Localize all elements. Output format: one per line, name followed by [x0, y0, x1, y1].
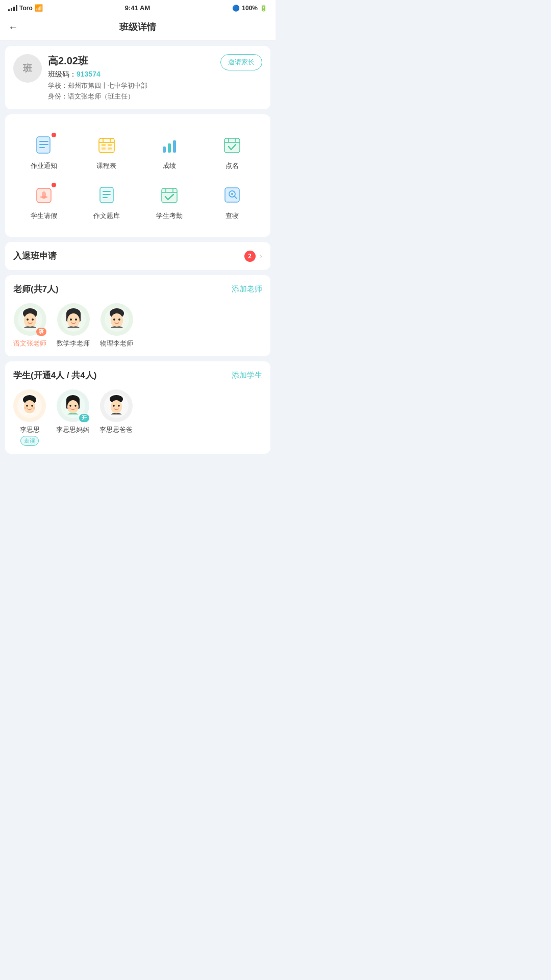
svg-rect-4	[99, 138, 114, 153]
add-student-button[interactable]: 添加学生	[232, 371, 262, 380]
teacher-item-2[interactable]: 物理李老师	[100, 303, 133, 348]
student-avatar-1: 开	[57, 389, 89, 422]
battery-icon: 🔋	[260, 5, 267, 12]
class-master-badge: 班	[36, 328, 46, 336]
invite-parents-button[interactable]: 邀请家长	[220, 54, 262, 70]
student-name-row-1: 李思思妈妈	[56, 425, 89, 434]
class-details: 高2.02班 班级码：913574 学校：郑州市第四十七中学初中部 身份：语文张…	[48, 54, 214, 101]
rollcall-icon	[220, 133, 244, 157]
svg-rect-8	[102, 144, 106, 146]
teacher-item-0[interactable]: 班 语文张老师	[13, 303, 46, 348]
homework-label: 作业通知	[31, 161, 57, 170]
add-teacher-button[interactable]: 添加老师	[232, 284, 262, 294]
attendance-icon	[157, 183, 182, 207]
class-role: 身份：语文张老师（班主任）	[48, 92, 214, 101]
svg-point-36	[27, 318, 29, 321]
student-avatar-0	[13, 389, 46, 422]
class-code: 班级码：913574	[48, 70, 214, 79]
teachers-list: 班 语文张老师	[13, 303, 262, 348]
status-right: 🔵 100% 🔋	[232, 5, 267, 12]
dormitory-icon	[220, 183, 244, 207]
menu-item-dormitory[interactable]: 查寝	[202, 177, 262, 225]
leave-icon	[32, 183, 56, 207]
essay-label: 作文题库	[93, 211, 120, 220]
menu-item-essay[interactable]: 作文题库	[76, 177, 137, 225]
svg-rect-9	[108, 144, 112, 146]
class-application-title: 入退班申请	[13, 250, 57, 262]
bluetooth-icon: 🔵	[232, 5, 240, 12]
teacher-name-1: 数学李老师	[57, 339, 90, 348]
status-bar: Toro 📶 9:41 AM 🔵 100% 🔋	[0, 0, 276, 14]
student-item-1[interactable]: 开 李思思妈妈	[56, 389, 89, 434]
student-item-2[interactable]: 李思思爸爸	[99, 389, 133, 434]
teacher-avatar-1	[57, 303, 90, 336]
student-name-0: 李思思	[20, 425, 40, 434]
svg-point-68	[111, 400, 122, 413]
student-name-row-2: 李思思爸爸	[99, 425, 133, 434]
signal-icon	[8, 5, 17, 11]
teacher-name-row-1: 数学李老师	[57, 339, 90, 348]
students-title: 学生(开通4人 / 共4人)	[13, 370, 96, 381]
svg-point-49	[118, 318, 120, 321]
student-tag-0: 走读	[20, 436, 39, 446]
teacher-avatar-0: 班	[14, 303, 46, 336]
menu-item-attendance[interactable]: 学生考勤	[139, 177, 199, 225]
student-name-2: 李思思爸爸	[99, 425, 133, 434]
menu-item-leave[interactable]: 学生请假	[13, 177, 74, 225]
chevron-icon: ›	[260, 252, 262, 261]
student-item-0[interactable]: 李思思 走读	[13, 389, 46, 446]
teacher-name-row-2: 物理李老师	[100, 339, 133, 348]
menu-item-schedule[interactable]: 课程表	[76, 127, 137, 175]
svg-point-53	[26, 405, 28, 407]
svg-rect-13	[168, 143, 171, 153]
class-info-card: 班 高2.02班 班级码：913574 学校：郑州市第四十七中学初中部 身份：语…	[5, 46, 270, 109]
svg-point-56	[32, 407, 35, 409]
svg-point-42	[67, 313, 80, 328]
svg-rect-20	[40, 197, 47, 198]
back-button[interactable]: ←	[8, 21, 18, 33]
essay-icon	[94, 183, 119, 207]
status-time: 9:41 AM	[125, 4, 150, 12]
svg-point-54	[31, 405, 33, 407]
status-left: Toro 📶	[8, 4, 43, 12]
students-header: 学生(开通4人 / 共4人) 添加学生	[13, 370, 262, 381]
svg-point-62	[69, 405, 71, 407]
svg-rect-15	[224, 138, 240, 153]
rollcall-label: 点名	[226, 161, 239, 170]
class-icon: 班	[13, 54, 42, 83]
attendance-label: 学生考勤	[156, 211, 183, 220]
svg-point-63	[74, 405, 77, 407]
menu-card: 作业通知 课程表	[5, 114, 270, 237]
svg-point-52	[24, 400, 35, 413]
open-badge-1: 开	[79, 414, 89, 422]
teachers-title: 老师(共7人)	[13, 283, 59, 295]
homework-icon	[32, 133, 56, 157]
homework-notification-dot	[52, 133, 56, 137]
menu-item-homework[interactable]: 作业通知	[13, 127, 74, 175]
svg-point-48	[113, 318, 115, 321]
schedule-icon	[94, 133, 119, 157]
svg-point-47	[111, 313, 123, 328]
grades-label: 成绩	[163, 161, 176, 170]
students-section: 学生(开通4人 / 共4人) 添加学生	[5, 361, 270, 454]
class-application-row[interactable]: 入退班申请 2 ›	[5, 242, 270, 270]
svg-point-64	[67, 407, 70, 409]
teachers-header: 老师(共7人) 添加老师	[13, 283, 262, 295]
students-list: 李思思 走读	[13, 389, 262, 446]
schedule-label: 课程表	[96, 161, 116, 170]
svg-rect-21	[100, 187, 113, 203]
class-school: 学校：郑州市第四十七中学初中部	[48, 81, 214, 90]
svg-rect-14	[173, 140, 176, 153]
svg-point-44	[75, 318, 77, 321]
svg-point-65	[76, 407, 79, 409]
student-avatar-2	[100, 389, 133, 422]
menu-item-rollcall[interactable]: 点名	[202, 127, 262, 175]
teachers-section: 老师(共7人) 添加老师	[5, 275, 270, 356]
menu-item-grades[interactable]: 成绩	[139, 127, 199, 175]
svg-point-35	[24, 313, 36, 328]
battery-label: 100%	[242, 5, 258, 12]
class-application-right: 2 ›	[244, 251, 262, 262]
dormitory-label: 查寝	[226, 211, 239, 220]
teacher-item-1[interactable]: 数学李老师	[57, 303, 90, 348]
teacher-name-0: 语文张老师	[13, 339, 46, 348]
